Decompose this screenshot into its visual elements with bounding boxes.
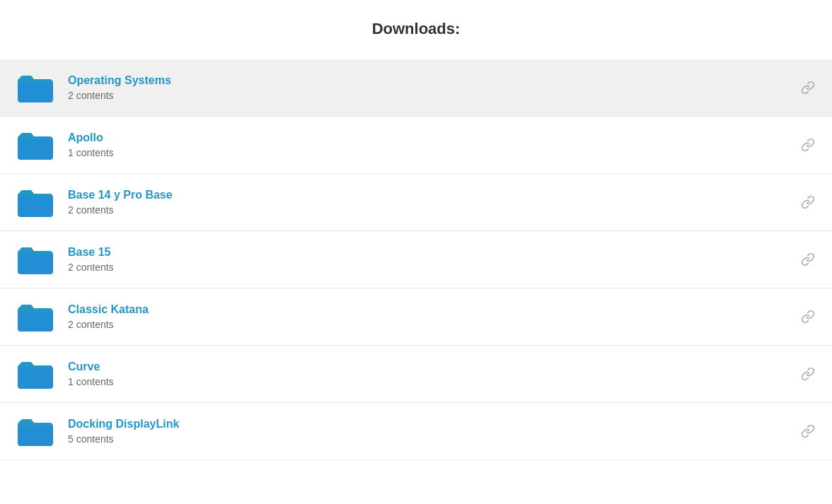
svg-rect-2 — [18, 197, 53, 217]
folder-info: Base 14 y Pro Base 2 contents — [68, 189, 792, 216]
folder-name: Base 15 — [68, 246, 792, 259]
svg-rect-0 — [18, 83, 53, 102]
folder-icon — [17, 244, 54, 275]
link-icon[interactable] — [801, 81, 815, 95]
folder-contents: 2 contents — [68, 319, 792, 330]
svg-rect-3 — [18, 254, 53, 274]
link-icon[interactable] — [801, 195, 815, 209]
folder-item-apollo[interactable]: Apollo 1 contents — [0, 117, 832, 174]
link-icon[interactable] — [801, 367, 815, 381]
folder-item-docking-displaylink[interactable]: Docking DisplayLink 5 contents — [0, 403, 832, 460]
folder-icon — [17, 358, 54, 389]
folder-icon — [17, 416, 54, 447]
folder-name: Base 14 y Pro Base — [68, 189, 792, 201]
link-icon[interactable] — [801, 424, 815, 438]
folder-icon — [17, 301, 54, 332]
folder-name: Docking DisplayLink — [68, 418, 792, 430]
folder-contents: 2 contents — [68, 204, 792, 216]
link-icon[interactable] — [801, 310, 815, 324]
page-title: Downloads: — [0, 0, 832, 59]
folder-name: Apollo — [68, 131, 792, 144]
svg-rect-1 — [18, 140, 53, 160]
link-icon[interactable] — [801, 138, 815, 152]
folder-item-operating-systems[interactable]: Operating Systems 2 contents — [0, 59, 832, 117]
folder-item-base-14-pro[interactable]: Base 14 y Pro Base 2 contents — [0, 174, 832, 231]
folder-name: Curve — [68, 361, 792, 373]
folder-info: Apollo 1 contents — [68, 131, 792, 158]
folder-icon — [17, 187, 54, 218]
folder-info: Operating Systems 2 contents — [68, 74, 792, 101]
folder-contents: 2 contents — [68, 90, 792, 101]
folder-name: Classic Katana — [68, 303, 792, 316]
folder-name: Operating Systems — [68, 74, 792, 87]
folder-contents: 1 contents — [68, 376, 792, 387]
folder-contents: 1 contents — [68, 147, 792, 158]
folder-icon — [17, 129, 54, 160]
folder-contents: 5 contents — [68, 433, 792, 445]
link-icon[interactable] — [801, 252, 815, 266]
folder-info: Classic Katana 2 contents — [68, 303, 792, 330]
folder-item-classic-katana[interactable]: Classic Katana 2 contents — [0, 288, 832, 346]
folder-icon — [17, 72, 54, 103]
folder-item-base-15[interactable]: Base 15 2 contents — [0, 231, 832, 288]
folder-info: Curve 1 contents — [68, 361, 792, 387]
folder-info: Docking DisplayLink 5 contents — [68, 418, 792, 445]
folder-item-curve[interactable]: Curve 1 contents — [0, 346, 832, 403]
svg-rect-4 — [18, 312, 53, 332]
svg-rect-5 — [18, 369, 53, 389]
folder-info: Base 15 2 contents — [68, 246, 792, 273]
svg-rect-6 — [18, 426, 53, 446]
folder-contents: 2 contents — [68, 262, 792, 273]
folder-list: Operating Systems 2 contents Apollo 1 — [0, 59, 832, 460]
